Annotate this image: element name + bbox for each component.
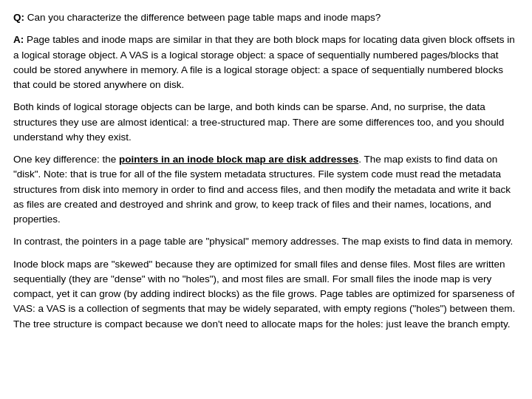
paragraph-5: Inode block maps are "skewed" because th…	[13, 257, 519, 332]
paragraph-3: One key difference: the pointers in an i…	[13, 152, 519, 227]
a-text: Page tables and inode maps are similar i…	[13, 34, 515, 90]
paragraph-2: Both kinds of logical storage objects ca…	[13, 100, 519, 145]
p3-bold-key: pointers in an inode block map are disk …	[119, 154, 358, 165]
paragraph-4: In contrast, the pointers in a page tabl…	[13, 234, 519, 249]
a-label: A:	[13, 34, 24, 45]
p4-text: In contrast, the pointers in a page tabl…	[13, 236, 513, 247]
q-label: Q:	[13, 12, 24, 23]
p3-prefix: One key difference: the	[13, 154, 119, 165]
answer-paragraph: A: Page tables and inode maps are simila…	[13, 33, 519, 92]
q-text: Can you characterize the difference betw…	[24, 12, 381, 23]
p2-text: Both kinds of logical storage objects ca…	[13, 101, 504, 143]
p5-text: Inode block maps are "skewed" because th…	[13, 259, 515, 330]
question-paragraph: Q: Can you characterize the difference b…	[13, 10, 519, 25]
